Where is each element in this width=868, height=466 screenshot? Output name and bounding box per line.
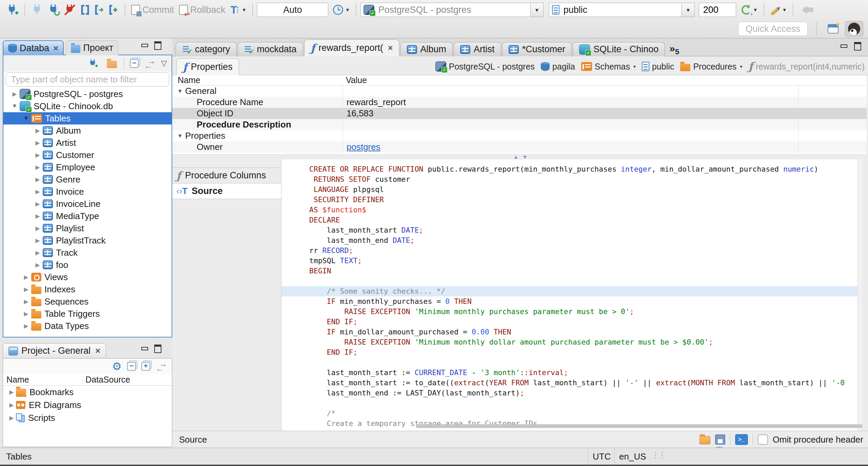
omit-procedure-header-checkbox[interactable] (758, 434, 768, 445)
sash-divider[interactable]: ▲▼ (172, 154, 867, 159)
grid-column-value[interactable]: Value (343, 75, 367, 85)
chevron-right-icon[interactable]: ▶ (21, 286, 31, 293)
tree-item-track[interactable]: ▶Track (3, 247, 172, 259)
chevron-down-icon[interactable]: ▾ (633, 64, 636, 69)
tree-item-tables[interactable]: ▼Tables (3, 112, 172, 124)
chevron-right-icon[interactable]: ▶ (33, 164, 43, 171)
chevron-right-icon[interactable]: ▶ (9, 91, 20, 98)
commit-mode-combo[interactable]: Auto (257, 3, 328, 17)
new-connection-small-icon[interactable] (88, 58, 98, 69)
chevron-right-icon[interactable]: ▶ (7, 402, 16, 409)
project-minimize-button[interactable] (140, 344, 150, 353)
code-line[interactable]: last_month_start DATE; (281, 225, 862, 235)
tree-item-genre[interactable]: ▶Genre (3, 173, 172, 186)
tree-item-mediatype[interactable]: ▶MediaType (3, 210, 172, 222)
code-line[interactable]: IF min_dollar_amount_purchased = 0.00 TH… (281, 327, 862, 337)
code-line[interactable] (281, 398, 862, 408)
save-to-file-icon[interactable] (715, 434, 725, 445)
load-from-file-icon[interactable] (699, 436, 710, 444)
tab-source[interactable]: ‹›T Source (172, 183, 281, 199)
code-line[interactable]: END IF; (281, 317, 862, 327)
editor-tab-album[interactable]: Album (400, 42, 453, 56)
code-line[interactable]: rr RECORD; (281, 246, 862, 256)
disconnect-icon[interactable] (63, 3, 76, 16)
view-menu-icon[interactable]: ▽ (161, 59, 167, 68)
tree-item-playlisttrack[interactable]: ▶PlaylistTrack (3, 234, 172, 247)
chevron-right-icon[interactable]: ▶ (33, 176, 43, 183)
chevron-right-icon[interactable]: ▶ (33, 200, 43, 208)
expand-all-icon[interactable]: + (141, 362, 150, 371)
status-locale[interactable]: en_US (619, 451, 646, 462)
link-with-editor-icon[interactable] (144, 58, 156, 69)
code-line[interactable]: LANGUAGE plpgsql (281, 185, 862, 195)
tab-overflow-chevron[interactable]: »5 (666, 41, 683, 56)
schema-combo-arrow[interactable]: ▼ (682, 3, 694, 17)
sql-editor-icon[interactable] (80, 4, 91, 16)
code-line[interactable]: RAISE EXCEPTION 'Minimum monthly dollar … (281, 337, 862, 347)
breadcrumb-item-rewards-report-int4-numeric-[interactable]: ƒrewards_report(int4,numeric) (748, 61, 865, 72)
code-line[interactable]: tmpSQL TEXT; (281, 256, 862, 266)
chevron-right-icon[interactable]: ▶ (33, 152, 43, 159)
breadcrumb-item-schemas[interactable]: Schemas▾ (581, 62, 636, 72)
tree-item-table-triggers[interactable]: ▶Table Triggers (3, 308, 172, 320)
breadcrumb-item-procedures[interactable]: Procedures▾ (680, 62, 742, 72)
transaction-history-icon[interactable]: ▼ (333, 5, 350, 15)
code-line[interactable]: RAISE EXCEPTION 'Minimum monthly purchas… (281, 307, 862, 317)
property-row-owner[interactable]: Ownerpostgres (172, 141, 867, 153)
fetch-size-input[interactable] (699, 3, 736, 17)
property-row-procedure-description[interactable]: Procedure Description (172, 119, 867, 130)
code-line[interactable]: last_month_end DATE; (281, 235, 862, 246)
code-line[interactable]: CREATE OR REPLACE FUNCTION public.reward… (281, 164, 862, 174)
tab-project-general[interactable]: Project - General × (3, 343, 106, 358)
new-folder-icon[interactable] (107, 59, 117, 68)
chevron-down-icon[interactable]: ▼ (9, 103, 20, 110)
tree-item-invoice[interactable]: ▶Invoice (3, 186, 172, 198)
chevron-right-icon[interactable]: ▶ (33, 261, 43, 269)
code-line[interactable]: /* (281, 408, 862, 419)
editor-tab-mockdata[interactable]: mockdata (238, 42, 303, 56)
breadcrumb-item-postgresql-postgres[interactable]: PostgreSQL - postgres (435, 61, 535, 72)
code-line[interactable]: AS $function$ (281, 205, 862, 215)
property-row-object-id[interactable]: Object ID16,583 (172, 108, 867, 119)
navigator-minimize-button[interactable] (140, 41, 150, 50)
code-line[interactable]: last_month_end := LAST_DAY(last_month_st… (281, 388, 862, 398)
chevron-down-icon[interactable]: ▼ (21, 115, 31, 122)
open-sql-script-icon[interactable] (94, 4, 105, 16)
tree-item-indexes[interactable]: ▶Indexes (3, 283, 172, 295)
chevron-right-icon[interactable]: ▶ (33, 249, 43, 256)
close-icon[interactable]: × (95, 346, 100, 356)
chevron-right-icon[interactable]: ▶ (21, 323, 31, 330)
source-code[interactable]: CREATE OR REPLACE FUNCTION public.reward… (281, 164, 862, 431)
chevron-down-icon[interactable]: ▾ (740, 64, 742, 69)
tab-database-navigator[interactable]: Databa × (3, 40, 64, 55)
column-name[interactable]: Name (3, 375, 83, 385)
tree-item-customer[interactable]: ▶Customer (3, 149, 172, 161)
property-row-properties[interactable]: ▼Properties (172, 130, 867, 141)
editor-minimize-button[interactable] (839, 41, 849, 51)
chevron-right-icon[interactable]: ▶ (33, 127, 43, 134)
transaction-log-icon[interactable]: T▼ (231, 4, 246, 16)
code-line[interactable]: END IF; (281, 347, 862, 357)
rollback-button[interactable]: Rollback (190, 5, 225, 15)
grid-column-name[interactable]: Name (172, 75, 343, 85)
source-editor[interactable]: CREATE OR REPLACE FUNCTION public.reward… (281, 159, 862, 431)
editor-tab-rewards-report-[interactable]: ƒrewards_report(× (304, 39, 399, 56)
code-line[interactable]: SECURITY DEFINER (281, 195, 862, 205)
editor-maximize-button[interactable] (852, 41, 863, 51)
project-item-bookmarks[interactable]: ▶Bookmarks (3, 386, 172, 399)
status-timezone[interactable]: UTC (593, 451, 611, 462)
tree-item-artist[interactable]: ▶Artist (3, 137, 172, 149)
chevron-right-icon[interactable]: ▶ (33, 225, 43, 232)
code-line[interactable]: IF min_monthly_purchases = 0 THEN (281, 296, 862, 307)
tree-item-foo[interactable]: ▶foo (3, 259, 172, 271)
breadcrumb-item-public[interactable]: public (642, 62, 674, 72)
new-connection-icon[interactable] (6, 3, 19, 16)
chevron-right-icon[interactable]: ▶ (33, 188, 43, 195)
code-line[interactable]: BEGIN (281, 266, 862, 276)
chevron-down-icon[interactable]: ▼ (175, 133, 185, 139)
connection-combo-arrow[interactable]: ▼ (530, 3, 543, 17)
chevron-down-icon[interactable]: ▼ (175, 88, 185, 94)
collapse-all-icon[interactable]: − (130, 59, 139, 68)
property-row-procedure-name[interactable]: Procedure Namerewards_report (172, 97, 867, 108)
chevron-right-icon[interactable]: ▶ (21, 298, 31, 305)
